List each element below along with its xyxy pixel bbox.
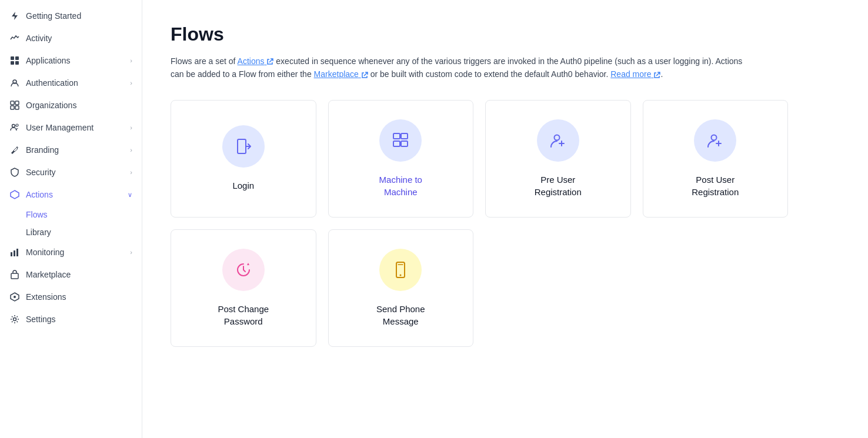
post-pwd-icon-wrap [222, 249, 265, 291]
page-description: Flows are a set of Actions executed in s… [171, 55, 747, 81]
actions-subitems: Flows Library [0, 206, 142, 241]
svg-point-28 [400, 274, 402, 276]
sidebar-item-extensions[interactable]: Extensions [0, 286, 142, 308]
sidebar-item-monitoring[interactable]: Monitoring › [0, 241, 142, 263]
sidebar-item-security[interactable]: Security › [0, 161, 142, 183]
sidebar-item-marketplace[interactable]: Marketplace [0, 263, 142, 286]
read-more-link[interactable]: Read more [610, 69, 660, 79]
desc-text-1: Flows are a set of [171, 56, 238, 66]
sidebar-label: Activity [26, 34, 52, 43]
bolt-icon [9, 11, 20, 21]
svg-rect-16 [11, 273, 18, 279]
svg-point-11 [16, 124, 18, 126]
settings-icon [9, 314, 20, 325]
svg-rect-6 [11, 101, 14, 105]
sidebar-label: Authentication [26, 78, 78, 88]
svg-point-10 [12, 125, 15, 128]
chevron-icon: › [130, 146, 132, 153]
activity-icon [9, 33, 20, 44]
flow-card-pre-reg[interactable]: Pre UserRegistration [485, 100, 631, 218]
svg-point-18 [14, 296, 16, 298]
svg-rect-2 [15, 56, 19, 60]
sidebar-item-branding[interactable]: Branding › [0, 139, 142, 161]
flow-card-label-post-reg: Post UserRegistration [692, 173, 739, 198]
sidebar-label: Branding [26, 145, 59, 155]
security-icon [9, 167, 20, 178]
svg-rect-15 [16, 249, 18, 256]
users-icon [9, 122, 20, 133]
svg-point-25 [554, 135, 559, 140]
svg-rect-7 [15, 101, 19, 105]
sidebar-label: Organizations [26, 101, 76, 110]
svg-rect-14 [14, 250, 15, 256]
sidebar-label: Getting Started [26, 11, 81, 21]
m2m-icon [391, 131, 410, 150]
svg-rect-3 [11, 61, 14, 65]
flow-card-login[interactable]: Login [171, 100, 316, 218]
sidebar-label: Marketplace [26, 270, 71, 279]
apps-icon [9, 55, 20, 66]
sidebar-label: User Management [26, 123, 94, 132]
flow-card-post-reg[interactable]: Post UserRegistration [643, 100, 789, 218]
sidebar: Getting Started Activity Applications › … [0, 0, 142, 438]
post-pwd-icon [234, 260, 253, 279]
flows-grid: Login Machine toMachine [171, 100, 788, 347]
sidebar-label: Extensions [26, 292, 66, 302]
chevron-icon: › [130, 169, 132, 176]
desc-text-4: . [660, 69, 663, 79]
sidebar-item-settings[interactable]: Settings [0, 308, 142, 330]
svg-point-19 [14, 318, 16, 321]
flow-card-label-post-pwd: Post ChangePassword [218, 303, 269, 327]
pre-reg-icon-wrap [537, 119, 579, 162]
sidebar-label: Monitoring [26, 248, 64, 257]
sidebar-item-getting-started[interactable]: Getting Started [0, 5, 142, 27]
sidebar-item-actions[interactable]: Actions ∨ [0, 183, 142, 206]
svg-point-26 [712, 135, 717, 140]
sidebar-label: Applications [26, 56, 71, 65]
monitoring-icon [9, 247, 20, 258]
flow-card-post-pwd[interactable]: Post ChangePassword [171, 229, 316, 347]
sidebar-item-applications[interactable]: Applications › [0, 49, 142, 72]
sidebar-subitem-flows[interactable]: Flows [26, 206, 142, 223]
login-icon [234, 137, 253, 156]
main-content: Flows Flows are a set of Actions execute… [142, 0, 868, 438]
marketplace-link[interactable]: Marketplace [314, 69, 368, 79]
sidebar-item-user-management[interactable]: User Management › [0, 116, 142, 139]
actions-link[interactable]: Actions [238, 56, 274, 66]
sidebar-label: Settings [26, 315, 56, 324]
chevron-icon: › [130, 124, 132, 131]
chevron-icon: › [130, 57, 132, 64]
desc-text-3: or be built with custom code to extend t… [368, 69, 611, 79]
sidebar-label: Actions [26, 190, 53, 199]
svg-rect-24 [401, 141, 408, 146]
chevron-icon: › [130, 249, 132, 256]
sidebar-label: Security [26, 168, 56, 177]
m2m-icon-wrap [379, 119, 422, 162]
extensions-icon [9, 292, 20, 302]
svg-rect-21 [393, 133, 400, 139]
svg-rect-22 [393, 141, 400, 146]
svg-rect-8 [11, 106, 14, 109]
sidebar-item-activity[interactable]: Activity [0, 27, 142, 49]
chevron-down-icon: ∨ [128, 191, 132, 199]
svg-marker-12 [11, 190, 19, 199]
org-icon [9, 100, 20, 111]
sidebar-subitem-library[interactable]: Library [26, 223, 142, 241]
flow-card-phone[interactable]: Send PhoneMessage [328, 229, 474, 347]
svg-rect-4 [15, 61, 19, 65]
pre-reg-icon [549, 131, 567, 150]
sidebar-item-authentication[interactable]: Authentication › [0, 72, 142, 94]
phone-icon [391, 260, 410, 279]
post-reg-icon [706, 131, 725, 150]
flow-card-label-login: Login [232, 179, 254, 192]
flow-card-label-m2m: Machine toMachine [379, 173, 422, 198]
phone-icon-wrap [379, 249, 422, 291]
auth-icon [9, 78, 20, 88]
flow-card-m2m[interactable]: Machine toMachine [328, 100, 474, 218]
sidebar-item-organizations[interactable]: Organizations [0, 94, 142, 116]
flow-card-label-phone: Send PhoneMessage [376, 303, 425, 327]
flow-card-label-pre-reg: Pre UserRegistration [535, 173, 582, 198]
svg-rect-1 [11, 56, 14, 60]
svg-rect-9 [15, 106, 19, 109]
post-reg-icon-wrap [694, 119, 736, 162]
